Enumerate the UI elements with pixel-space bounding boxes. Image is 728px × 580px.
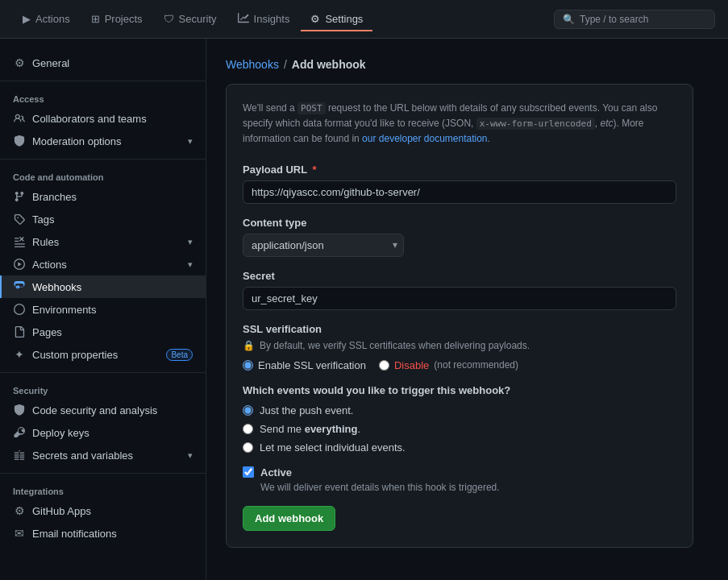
settings-icon: ⚙ [310,13,320,25]
sidebar-item-environments[interactable]: Environments [0,298,206,321]
ssl-title: SSL verification [243,323,676,335]
security-icon: 🛡 [164,13,174,25]
developer-docs-link[interactable]: our developer documentation [362,133,487,144]
sidebar-item-collaborators[interactable]: Collaborators and teams [0,107,206,130]
sidebar-item-code-security[interactable]: Code security and analysis [0,399,206,421]
actions-sidebar-icon [13,258,26,271]
ssl-section: SSL verification 🔒 By default, we verify… [243,323,676,371]
sidebar-section-security: Security [0,379,206,399]
ssl-desc: 🔒 By default, we verify SSL certificates… [243,340,676,351]
secret-input[interactable] [243,287,676,310]
insights-icon [238,12,249,26]
secrets-icon [13,449,26,462]
nav-insights[interactable]: Insights [228,6,300,32]
beta-badge: Beta [166,349,193,361]
event-everything-radio[interactable] [243,424,253,434]
actions-icon: ▶ [23,13,31,25]
breadcrumb-webhooks-link[interactable]: Webhooks [226,58,279,71]
event-push-option[interactable]: Just the push event. [243,404,676,416]
sidebar-item-custom-props[interactable]: ✦ Custom properties Beta [0,343,206,366]
main-layout: ⚙ General Access Collaborators and teams… [0,39,728,580]
deploy-keys-icon [13,426,26,439]
search-bar[interactable]: 🔍 Type / to search [554,10,715,29]
add-webhook-button[interactable]: Add webhook [243,506,335,531]
lock-icon: 🔒 [243,340,255,351]
sidebar-item-rules[interactable]: Rules ▾ [0,230,206,253]
main-content: Webhooks / Add webhook We'll send a POST… [206,39,728,580]
rules-icon [13,235,26,248]
active-section: Active We will deliver event details whe… [243,466,676,493]
top-nav: ▶ Actions ⊞ Projects 🛡 Security Insights… [0,0,728,39]
projects-icon: ⊞ [91,13,100,25]
ssl-enable-radio[interactable] [243,360,253,371]
webhook-card: We'll send a POST request to the URL bel… [226,84,693,548]
active-label[interactable]: Active [243,466,676,478]
ssl-options: Enable SSL verification Disable (not rec… [243,359,676,371]
environments-icon [13,303,26,316]
actions-chevron: ▾ [188,259,193,270]
payload-url-group: Payload URL * [243,164,676,204]
active-checkbox[interactable] [243,466,254,478]
event-individual-radio[interactable] [243,442,253,453]
breadcrumb-separator: / [284,58,287,71]
active-desc: We will deliver event details when this … [260,482,676,493]
collaborators-icon [13,112,26,125]
ssl-enable-option[interactable]: Enable SSL verification [243,359,366,371]
nav-actions[interactable]: ▶ Actions [13,6,80,31]
secrets-chevron: ▾ [188,450,193,461]
everything-bold: everything [305,423,358,435]
sidebar-item-branches[interactable]: Branches [0,185,206,208]
moderation-icon [13,135,26,147]
secret-group: Secret [243,270,676,310]
nav-security[interactable]: 🛡 Security [154,6,227,31]
rules-chevron: ▾ [188,237,193,247]
payload-url-label: Payload URL * [243,164,676,176]
required-indicator: * [313,164,317,176]
email-icon: ✉ [13,527,26,540]
content-type-label: Content type [243,217,676,229]
nav-projects[interactable]: ⊞ Projects [81,6,152,31]
content-type-select-wrapper: application/json application/x-www-form-… [243,234,404,257]
payload-url-input[interactable] [243,180,676,204]
breadcrumb-current: Add webhook [292,58,366,71]
nav-settings[interactable]: ⚙ Settings [301,6,372,31]
sidebar-item-actions[interactable]: Actions ▾ [0,253,206,276]
nav-items: ▶ Actions ⊞ Projects 🛡 Security Insights… [13,6,372,32]
breadcrumb: Webhooks / Add webhook [226,58,709,71]
sidebar-item-tags[interactable]: Tags [0,208,206,230]
ssl-disable-radio[interactable] [379,360,389,371]
event-everything-option[interactable]: Send me everything. [243,423,676,435]
content-type-group: Content type application/json applicatio… [243,217,676,257]
sidebar-section-access: Access [0,88,206,107]
custom-props-icon: ✦ [13,348,26,361]
code-security-icon [13,404,26,416]
sidebar-item-email-notifications[interactable]: ✉ Email notifications [0,522,206,545]
ssl-disable-option[interactable]: Disable (not recommended) [379,359,518,371]
moderation-chevron: ▾ [188,136,193,147]
webhooks-icon [13,280,26,293]
info-text: We'll send a POST request to the URL bel… [243,101,676,147]
events-title: Which events would you like to trigger t… [243,384,676,396]
event-push-radio[interactable] [243,405,253,416]
secret-label: Secret [243,270,676,282]
github-apps-icon: ⚙ [13,504,26,517]
sidebar-item-moderation[interactable]: Moderation options ▾ [0,130,206,152]
general-icon: ⚙ [13,56,26,69]
branches-icon [13,190,26,203]
events-section: Which events would you like to trigger t… [243,384,676,454]
sidebar-item-github-apps[interactable]: ⚙ GitHub Apps [0,499,206,522]
tags-icon [13,213,26,226]
sidebar: ⚙ General Access Collaborators and teams… [0,39,206,580]
sidebar-item-pages[interactable]: Pages [0,321,206,343]
sidebar-item-webhooks[interactable]: Webhooks [0,276,206,298]
sidebar-item-deploy-keys[interactable]: Deploy keys [0,421,206,444]
search-icon: 🔍 [563,14,575,25]
pages-icon [13,325,26,338]
content-type-select[interactable]: application/json application/x-www-form-… [243,234,404,257]
sidebar-section-integrations: Integrations [0,480,206,499]
event-individual-option[interactable]: Let me select individual events. [243,441,676,454]
sidebar-section-code: Code and automation [0,166,206,185]
sidebar-item-general[interactable]: ⚙ General [0,52,206,74]
sidebar-item-secrets[interactable]: Secrets and variables ▾ [0,444,206,466]
